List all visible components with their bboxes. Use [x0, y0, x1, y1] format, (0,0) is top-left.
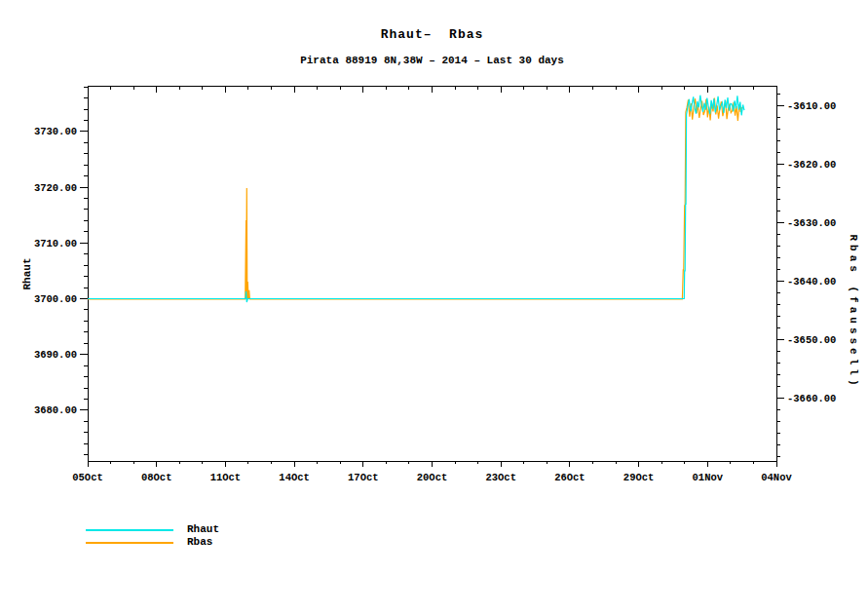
legend-label-rbas: Rbas	[187, 536, 212, 549]
x-tick-label: 23Oct	[485, 472, 516, 483]
right-tick-label: -3630.00	[787, 217, 836, 229]
x-tick-label: 08Oct	[141, 472, 172, 483]
right-tick-label: -3650.00	[787, 334, 836, 346]
left-tick-label: 3690.00	[34, 349, 77, 361]
right-tick-label: -3660.00	[787, 393, 836, 404]
plot-area: 05Oct08Oct11Oct14Oct17Oct20Oct23Oct26Oct…	[0, 0, 868, 614]
x-tick-label: 29Oct	[623, 472, 655, 483]
series-line-rhaut	[88, 96, 744, 302]
left-tick-label: 3730.00	[34, 126, 77, 137]
x-tick-label: 17Oct	[348, 472, 379, 483]
right-tick-label: -3610.00	[787, 100, 836, 112]
left-tick-label: 3700.00	[34, 293, 77, 305]
left-tick-label: 3680.00	[34, 404, 77, 416]
plot-page: Rhaut– Rbas Pirata 88919 8N,38W – 2014 –…	[0, 0, 868, 614]
legend-item-rhaut: Rhaut	[86, 523, 219, 536]
x-tick-label: 01Nov	[693, 472, 724, 483]
legend-label-rhaut: Rhaut	[187, 523, 219, 536]
plot-frame	[88, 86, 776, 461]
legend-item-rbas: Rbas	[86, 536, 219, 549]
left-tick-label: 3720.00	[34, 182, 77, 194]
x-tick-label: 14Oct	[279, 472, 310, 483]
right-tick-label: -3640.00	[787, 276, 836, 288]
x-tick-label: 04Nov	[761, 472, 792, 483]
x-tick-label: 26Oct	[554, 472, 585, 483]
x-tick-label: 05Oct	[72, 472, 103, 483]
rbas-line-swatch	[86, 542, 173, 544]
left-tick-label: 3710.00	[34, 238, 77, 249]
legend: Rhaut Rbas	[86, 523, 219, 549]
x-tick-label: 20Oct	[417, 472, 448, 483]
rhaut-line-swatch	[86, 529, 173, 531]
series-line-rbas	[88, 98, 742, 299]
right-tick-label: -3620.00	[787, 159, 836, 171]
x-tick-label: 11Oct	[210, 472, 242, 483]
